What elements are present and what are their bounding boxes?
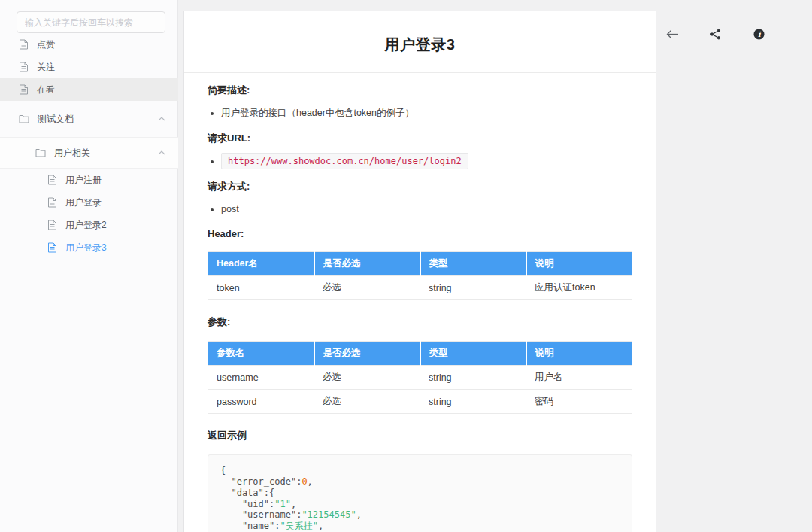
code-line: "username":"12154545",	[220, 509, 620, 521]
document-icon	[47, 242, 57, 253]
table-cell: 必选	[314, 390, 420, 414]
table-row: token 必选 string 应用认证token	[208, 276, 632, 300]
share-icon	[710, 29, 721, 43]
table-cell: username	[208, 366, 314, 390]
column-header: 类型	[420, 342, 526, 366]
table-cell: password	[208, 390, 314, 414]
code-line: "error_code":0,	[220, 476, 620, 488]
sidebar-item-likes[interactable]: 点赞	[0, 33, 178, 56]
sidebar-doc-user-register[interactable]: 用户注册	[0, 169, 178, 191]
column-header: 参数名	[208, 342, 314, 366]
request-method-label: 请求方式:	[208, 180, 632, 193]
chevron-up-icon	[158, 150, 165, 155]
chevron-up-icon	[158, 117, 165, 121]
code-line: "data":{	[220, 488, 620, 499]
document-icon	[19, 39, 29, 50]
params-section-label: 参数:	[208, 315, 632, 329]
table-row: password 必选 string 密码	[208, 390, 632, 414]
table-row: username 必选 string 用户名	[208, 366, 632, 390]
page-title: 用户登录3	[184, 35, 656, 55]
table-cell: string	[420, 366, 526, 390]
table-cell: token	[208, 276, 314, 300]
response-example-code: { "error_code":0, "data":{ "uid":"1", "u…	[208, 454, 632, 532]
document-icon	[47, 220, 57, 230]
column-header: 是否必选	[314, 252, 420, 276]
header-table: Header名 是否必选 类型 说明 token 必选 string 应用认证t…	[208, 251, 632, 300]
sidebar-doc-label: 用户登录2	[65, 219, 107, 232]
table-cell: 密码	[526, 390, 632, 414]
sidebar-item-label: 关注	[37, 61, 55, 74]
document-icon	[19, 62, 29, 72]
column-header: Header名	[208, 252, 314, 276]
info-button[interactable]: i	[752, 29, 765, 42]
sidebar-item-watching[interactable]: 在看	[0, 78, 178, 101]
document-icon	[47, 197, 57, 208]
sidebar-item-label: 在看	[37, 84, 55, 96]
document-icon	[47, 175, 57, 185]
request-method-item: post	[221, 202, 632, 217]
search-input[interactable]	[17, 11, 165, 33]
document-icon	[19, 84, 29, 95]
info-icon: i	[753, 29, 765, 43]
header-section-label: Header:	[208, 228, 632, 239]
table-cell: 必选	[314, 366, 420, 390]
doc-body: 简要描述: 用户登录的接口（header中包含token的例子） 请求URL: …	[184, 84, 656, 532]
folder-icon	[35, 148, 46, 157]
column-header: 类型	[420, 252, 526, 276]
table-header-row: 参数名 是否必选 类型 说明	[208, 342, 632, 366]
share-button[interactable]	[708, 29, 722, 42]
doc-card: 用户登录3 简要描述: 用户登录的接口（header中包含token的例子） 请…	[183, 11, 656, 532]
sidebar-item-label: 点赞	[37, 38, 55, 51]
code-line: "name":"吴系挂",	[220, 521, 620, 532]
table-cell: string	[420, 390, 526, 414]
brief-item: 用户登录的接口（header中包含token的例子）	[221, 105, 632, 120]
request-url-label: 请求URL:	[208, 132, 632, 145]
params-table: 参数名 是否必选 类型 说明 username 必选 string 用户名 pa…	[208, 341, 632, 414]
table-cell: 必选	[314, 276, 420, 300]
code-line: {	[220, 465, 620, 476]
back-arrow-icon	[666, 29, 679, 42]
sidebar-subfolder-label: 用户相关	[54, 147, 90, 160]
title-divider	[184, 72, 656, 73]
sidebar-doc-label: 用户登录3	[65, 242, 107, 254]
sidebar-doc-user-login2[interactable]: 用户登录2	[0, 214, 178, 236]
request-url-item: https://www.showdoc.com.cn/home/user/log…	[221, 154, 632, 169]
sidebar-doc-label: 用户注册	[65, 174, 102, 187]
sidebar-folder-test-docs[interactable]: 测试文档	[0, 105, 178, 132]
sidebar-subfolder-user-related[interactable]: 用户相关	[0, 137, 178, 169]
table-header-row: Header名 是否必选 类型 说明	[208, 252, 632, 276]
sidebar-folder-label: 测试文档	[38, 113, 74, 126]
sidebar-nav: 点赞 关注 在看	[0, 33, 178, 259]
sidebar-doc-user-login[interactable]: 用户登录	[0, 191, 178, 214]
response-example-label: 返回示例	[208, 429, 632, 442]
folder-icon	[19, 114, 29, 123]
back-button[interactable]	[665, 29, 679, 42]
table-cell: 应用认证token	[526, 276, 632, 300]
sidebar-doc-label: 用户登录	[65, 196, 102, 209]
table-cell: string	[420, 276, 526, 300]
sidebar: 点赞 关注 在看	[0, 0, 178, 532]
table-cell: 用户名	[526, 366, 632, 390]
brief-label: 简要描述:	[208, 84, 632, 97]
sidebar-doc-user-login3[interactable]: 用户登录3	[0, 236, 178, 259]
request-url-code[interactable]: https://www.showdoc.com.cn/home/user/log…	[221, 153, 468, 169]
sidebar-item-follow[interactable]: 关注	[0, 56, 178, 78]
column-header: 说明	[526, 342, 632, 366]
column-header: 说明	[526, 252, 632, 276]
column-header: 是否必选	[314, 342, 420, 366]
code-line: "uid":"1",	[220, 499, 620, 510]
